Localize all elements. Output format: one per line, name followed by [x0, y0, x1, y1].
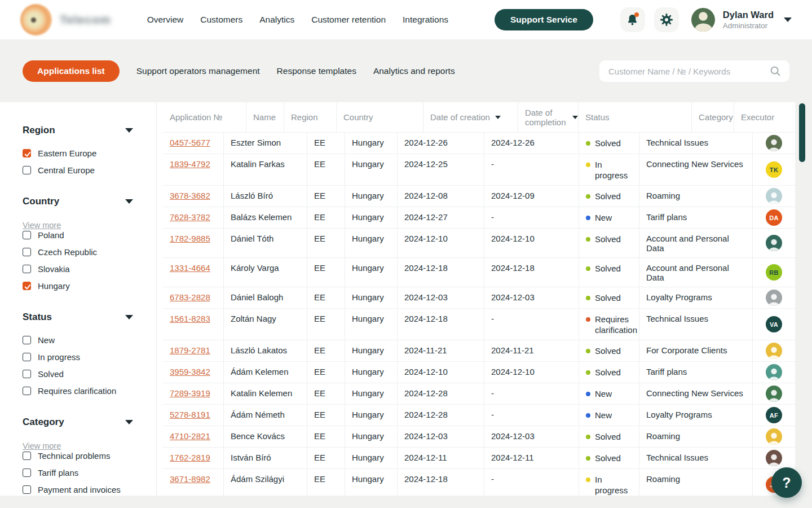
chevron-down-icon[interactable] — [125, 420, 133, 424]
application-number-link[interactable]: 1762-2819 — [170, 453, 210, 462]
application-number-link[interactable]: 1879-2781 — [170, 345, 210, 355]
filter-checkbox-item[interactable]: New — [23, 335, 134, 345]
sort-arrow-icon[interactable] — [572, 116, 578, 119]
view-more-link[interactable]: View more — [23, 221, 61, 230]
column-header[interactable]: Name — [246, 102, 284, 132]
filter-group-header[interactable]: Country — [23, 196, 133, 207]
notifications-button[interactable] — [620, 7, 645, 32]
column-header[interactable]: Category — [692, 102, 734, 132]
column-header[interactable]: Application № — [163, 102, 246, 132]
table-scrollbar[interactable] — [799, 103, 805, 162]
region-cell: EE — [307, 362, 345, 383]
checkbox[interactable] — [23, 166, 31, 174]
chevron-down-icon[interactable] — [784, 17, 792, 22]
checkbox[interactable] — [23, 336, 31, 344]
filter-checkbox-item[interactable]: Technical problems — [23, 451, 134, 461]
executor-avatar[interactable] — [766, 364, 782, 380]
search-icon[interactable] — [769, 65, 782, 77]
filter-checkbox-item[interactable]: Tariff plans — [23, 468, 134, 478]
tab[interactable]: Support operators management — [136, 60, 260, 82]
executor-avatar[interactable]: VA — [766, 316, 782, 332]
column-header[interactable]: Date of completion — [518, 102, 579, 132]
checkbox[interactable] — [23, 485, 31, 494]
filter-checkbox-item[interactable]: Solved — [23, 369, 134, 379]
checkbox[interactable] — [23, 265, 31, 273]
application-number-link[interactable]: 5278-8191 — [170, 410, 210, 419]
executor-avatar[interactable] — [766, 188, 782, 204]
checkbox[interactable] — [23, 282, 31, 290]
executor-avatar[interactable]: AF — [766, 407, 782, 423]
executor-avatar[interactable] — [766, 290, 782, 306]
checkbox[interactable] — [23, 248, 31, 256]
application-number-link[interactable]: 1839-4792 — [170, 159, 210, 169]
application-number-link[interactable]: 0457-5677 — [170, 138, 210, 147]
support-service-button[interactable]: Support Service — [495, 9, 593, 30]
filter-checkbox-item[interactable]: Czech Republic — [23, 247, 134, 257]
application-number-link[interactable]: 4710-2821 — [170, 431, 210, 441]
application-number-link[interactable]: 7289-3919 — [170, 388, 210, 398]
executor-avatar[interactable] — [766, 428, 782, 445]
filter-checkbox-item[interactable]: Payment and invoices — [23, 485, 134, 494]
application-number-link[interactable]: 1782-9885 — [170, 234, 210, 243]
column-header[interactable]: Date of creation — [423, 102, 518, 132]
chevron-down-icon[interactable] — [125, 199, 133, 204]
application-number-link[interactable]: 6783-2828 — [170, 292, 210, 302]
sort-arrow-icon[interactable] — [495, 116, 501, 119]
executor-avatar[interactable]: RB — [766, 264, 782, 281]
executor-avatar[interactable]: TK — [766, 161, 782, 178]
nav-item[interactable]: Integrations — [403, 15, 448, 25]
category-cell: Account and Personal Data — [639, 229, 753, 257]
column-header[interactable]: Region — [284, 102, 337, 132]
column-header[interactable]: Executor — [734, 102, 774, 132]
tab[interactable]: Analytics and reports — [373, 60, 455, 82]
nav-item[interactable]: Customers — [200, 15, 242, 25]
application-number-link[interactable]: 1561-8283 — [170, 314, 210, 323]
checkbox[interactable] — [23, 468, 31, 477]
filter-group-header[interactable]: Status — [23, 312, 133, 323]
filter-group-header[interactable]: Category — [23, 417, 133, 428]
executor-avatar[interactable]: DA — [766, 209, 782, 226]
column-header[interactable]: Status — [579, 102, 692, 132]
checkbox[interactable] — [23, 452, 31, 460]
executor-avatar[interactable] — [766, 343, 782, 359]
executor-avatar[interactable] — [766, 235, 782, 251]
user-menu[interactable]: Dylan Ward Administrator — [691, 8, 792, 32]
column-header[interactable]: Country — [337, 102, 423, 132]
application-number-link[interactable]: 3671-8982 — [170, 474, 210, 484]
table-header-row: Application № Name Region Countr — [163, 102, 795, 133]
category-cell: Roaming — [639, 469, 753, 496]
checkbox[interactable] — [23, 149, 31, 157]
checkbox[interactable] — [23, 387, 31, 395]
executor-avatar[interactable] — [766, 386, 782, 402]
nav-item[interactable]: Overview — [147, 15, 184, 25]
table-row: 5278-8191 Ádám Németh EE Hungary 2024-12… — [163, 405, 795, 426]
checkbox[interactable] — [23, 353, 31, 361]
application-number-link[interactable]: 3959-3842 — [170, 367, 210, 376]
nav-item[interactable]: Customer retention — [311, 15, 386, 25]
filter-checkbox-item[interactable]: Poland — [23, 230, 134, 240]
checkbox[interactable] — [23, 370, 31, 378]
tab[interactable]: Applications list — [23, 60, 120, 82]
application-number-link[interactable]: 1331-4664 — [170, 263, 210, 273]
search-input[interactable] — [608, 67, 769, 76]
executor-avatar[interactable] — [766, 135, 782, 151]
filter-checkbox-item[interactable]: Hungary — [23, 281, 134, 291]
chevron-down-icon[interactable] — [125, 128, 133, 133]
nav-item[interactable]: Analytics — [259, 15, 294, 25]
view-more-link[interactable]: View more — [23, 441, 61, 450]
application-number-link[interactable]: 3678-3682 — [170, 191, 210, 200]
filter-checkbox-item[interactable]: Slovakia — [23, 264, 134, 274]
filter-checkbox-item[interactable]: Requires clarification — [23, 386, 134, 396]
filter-checkbox-item[interactable]: Eastern Europe — [23, 148, 134, 158]
filter-checkbox-item[interactable]: In progress — [23, 352, 134, 362]
filter-group-header[interactable]: Region — [23, 125, 133, 136]
checkbox[interactable] — [23, 231, 31, 239]
chevron-down-icon[interactable] — [125, 315, 133, 319]
executor-avatar[interactable] — [766, 450, 782, 466]
help-button[interactable]: ? — [771, 467, 802, 498]
settings-button[interactable] — [654, 7, 679, 32]
brand[interactable]: Telecom — [20, 4, 111, 36]
application-number-link[interactable]: 7628-3782 — [170, 212, 210, 222]
filter-checkbox-item[interactable]: Central Europe — [23, 165, 134, 175]
tab[interactable]: Response templates — [277, 60, 356, 82]
